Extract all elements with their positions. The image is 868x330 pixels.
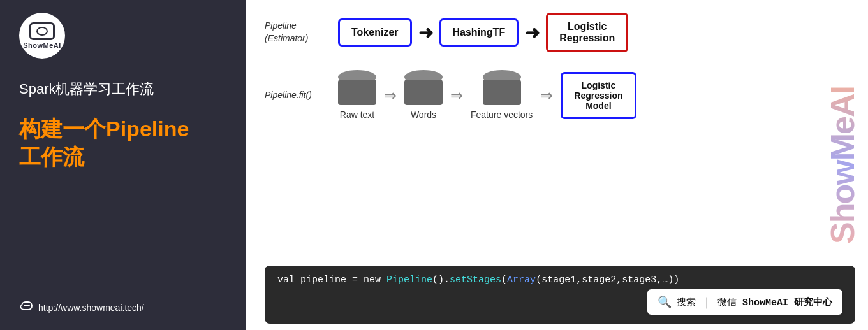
lr-model-box: Logistic Regression Model — [561, 72, 636, 119]
feature-vectors-label: Feature vectors — [471, 109, 533, 120]
gray-arrow-1: ⇒ — [384, 87, 397, 104]
search-icon: 🔍 — [658, 295, 672, 309]
diagram-area: Pipeline (Estimator) Tokenizer ➜ Hashing… — [265, 10, 855, 261]
cylinder-raw — [338, 70, 376, 105]
logo-area: ShowMeAI — [19, 13, 65, 61]
cyl-body-feature — [483, 80, 521, 105]
main-area: ShowMeAI Pipeline (Estimator) Tokenizer … — [246, 0, 868, 330]
search-wechat: 微信 ShowMeAI 研究中心 — [717, 296, 832, 308]
tokenizer-box: Tokenizer — [338, 18, 412, 47]
top-row: Pipeline (Estimator) Tokenizer ➜ Hashing… — [265, 10, 855, 52]
pipeline-fit-label: Pipeline.fit() — [265, 89, 338, 102]
sidebar: ShowMeAI Spark机器学习工作流 构建一个Pipeline 工作流 h… — [0, 0, 246, 330]
gray-arrow-3: ⇒ — [540, 87, 553, 104]
words-label: Words — [411, 109, 436, 120]
sidebar-main-line2: 工作流 — [19, 143, 189, 171]
link-icon — [19, 299, 33, 316]
code-paren: (). — [432, 275, 450, 285]
search-divider: ｜ — [701, 294, 712, 310]
search-prefix: 搜索 — [677, 296, 696, 308]
code-val: val pipeline = — [277, 275, 364, 285]
code-stages-args: ( — [501, 275, 507, 285]
code-block: val pipeline = new Pipeline().setStages(… — [265, 266, 855, 324]
sidebar-title: Spark机器学习工作流 — [19, 80, 154, 99]
bottom-row: Pipeline.fit() Raw text ⇒ Words — [265, 70, 855, 120]
sidebar-main-text: 构建一个Pipeline 工作流 — [19, 115, 189, 171]
raw-text-label: Raw text — [340, 109, 374, 120]
code-setstages: setStages — [450, 275, 501, 285]
pipeline-estimator-label: Pipeline (Estimator) — [265, 20, 338, 45]
code-array: Array — [507, 275, 536, 285]
code-line: val pipeline = new Pipeline().setStages(… — [277, 275, 842, 285]
arrow-2: ➜ — [525, 22, 540, 43]
logo-label: ShowMeAI — [23, 41, 61, 49]
sidebar-url-row: http://www.showmeai.tech/ — [19, 299, 144, 316]
cylinder-feature — [483, 70, 521, 105]
code-new: new — [364, 275, 386, 285]
feature-vectors-cylinder: Feature vectors — [471, 70, 533, 120]
raw-text-cylinder: Raw text — [338, 70, 376, 120]
cyl-body-raw — [338, 80, 376, 105]
logo-circle: ShowMeAI — [19, 13, 65, 59]
search-bar[interactable]: 🔍 搜索 ｜ 微信 ShowMeAI 研究中心 — [647, 289, 842, 315]
sidebar-url-text[interactable]: http://www.showmeai.tech/ — [38, 303, 144, 313]
logo-icon — [29, 22, 55, 40]
hashingtf-box: HashingTF — [439, 18, 519, 47]
cylinder-words — [404, 70, 443, 105]
logistic-regression-box: Logistic Regression — [546, 13, 628, 52]
gray-arrow-2: ⇒ — [450, 87, 463, 104]
code-array-args: (stage1,stage2,stage3,…)) — [536, 275, 679, 285]
arrow-1: ➜ — [418, 22, 433, 43]
words-cylinder: Words — [404, 70, 443, 120]
cyl-body-words — [404, 80, 443, 105]
code-pipeline: Pipeline — [386, 275, 432, 285]
sidebar-main-line1: 构建一个Pipeline — [19, 115, 189, 143]
search-brand: ShowMeAI 研究中心 — [742, 298, 832, 308]
